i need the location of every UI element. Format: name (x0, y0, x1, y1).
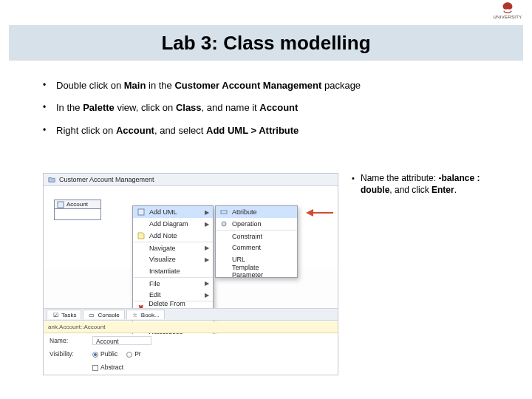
diagram-icon (137, 220, 145, 228)
menu-instantiate[interactable]: Instantiate (133, 265, 213, 277)
callout-arrow (302, 208, 333, 217)
menu-add-uml[interactable]: Add UML▶ (133, 206, 213, 218)
breadcrumb: ank.Account::Account (44, 321, 338, 333)
chevron-right-icon: ▶ (205, 221, 209, 228)
package-header: Customer Account Management (44, 174, 338, 186)
chevron-right-icon: ▶ (205, 256, 209, 263)
prop-leaf: LeafLeaf (44, 374, 338, 375)
brand-text: UNIVERSITY (493, 15, 522, 19)
add-icon (137, 208, 145, 216)
constraint-icon (220, 233, 228, 240)
url-icon (220, 256, 228, 263)
svg-point-5 (222, 222, 226, 226)
submenu-attribute[interactable]: Attribute (216, 206, 297, 218)
folder-icon (48, 176, 55, 183)
tasks-icon: ☑ (52, 311, 59, 318)
diagram-canvas: Account Add UML▶ Add Diagram▶ Add Note N… (44, 186, 338, 267)
tab-bookmarks[interactable]: ☆Book... (126, 310, 165, 319)
title-band: Lab 3: Class modelling (9, 25, 523, 61)
tab-console[interactable]: ▭Console (83, 310, 124, 319)
operation-icon (220, 220, 228, 228)
attribute-icon (220, 208, 228, 216)
chevron-right-icon: ▶ (205, 292, 209, 299)
menu-file[interactable]: File▶ (133, 277, 213, 289)
chevron-right-icon: ▶ (205, 280, 209, 287)
menu-add-note[interactable]: Add Note (133, 230, 213, 242)
submenu-comment[interactable]: Comment (216, 242, 297, 253)
console-icon: ▭ (88, 311, 95, 318)
prop-name: Name:Account (44, 334, 338, 347)
class-name: Account (66, 201, 88, 208)
comment-icon (220, 244, 228, 251)
class-icon (57, 201, 64, 208)
radio-private[interactable]: Pr (126, 350, 141, 358)
instantiate-icon (137, 267, 145, 275)
instruction-3: Right click on Account, and select Add U… (43, 125, 502, 137)
submenu-constraint[interactable]: Constraint (216, 230, 297, 242)
bottom-tabs: ☑Tasks ▭Console ☆Book... (44, 308, 338, 321)
submenu-add-uml: Attribute Operation Constraint Comment U… (215, 205, 298, 278)
template-icon (220, 267, 228, 275)
tab-tasks[interactable]: ☑Tasks (47, 310, 81, 319)
side-instructions: Name the attribute: -balance : double, a… (352, 173, 513, 387)
properties-panel: Name:Account Visibility:PublicPr Abstrac… (44, 334, 338, 375)
package-name: Customer Account Management (59, 176, 154, 183)
radio-public[interactable]: Public (92, 350, 117, 358)
svg-rect-1 (138, 209, 144, 215)
side-instruction-1: Name the attribute: -balance : double, a… (352, 173, 513, 196)
page-title: Lab 3: Class modelling (161, 32, 370, 55)
menu-add-diagram[interactable]: Add Diagram▶ (133, 218, 213, 230)
note-icon (137, 232, 145, 239)
check-abstract[interactable]: Abstract (92, 364, 123, 371)
instruction-1: Double click on Main in the Customer Acc… (43, 80, 502, 92)
svg-rect-4 (221, 211, 227, 214)
instruction-list: Double click on Main in the Customer Acc… (43, 80, 502, 147)
submenu-operation[interactable]: Operation (216, 218, 297, 230)
prop-flags: Abstract (44, 361, 338, 374)
brand-logo: UNIVERSITY (491, 1, 525, 22)
prop-visibility: Visibility:PublicPr (44, 347, 338, 361)
uml-class-account[interactable]: Account (54, 200, 101, 220)
menu-navigate[interactable]: Navigate▶ (133, 242, 213, 253)
instruction-2: In the Palette view, click on Class, and… (43, 102, 502, 114)
chevron-right-icon: ▶ (205, 375, 209, 375)
chevron-right-icon: ▶ (205, 245, 209, 251)
chevron-right-icon: ▶ (205, 209, 209, 216)
submenu-template-param[interactable]: Template Parameter (216, 265, 297, 277)
svg-rect-0 (58, 202, 64, 208)
name-input[interactable]: Account (92, 336, 151, 345)
screenshot-ide: Customer Account Management Account Add … (43, 173, 338, 375)
visualize-icon (137, 256, 145, 263)
menu-visualize[interactable]: Visualize▶ (133, 253, 213, 265)
nav-icon (137, 245, 145, 252)
bookmark-icon: ☆ (132, 311, 139, 318)
